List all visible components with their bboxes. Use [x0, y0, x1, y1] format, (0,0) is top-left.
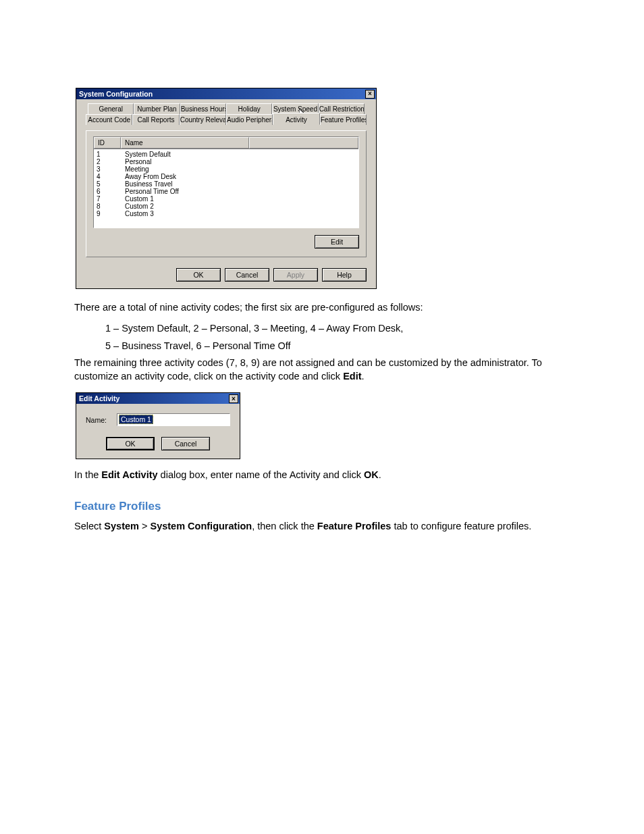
help-button[interactable]: Help	[322, 268, 367, 282]
tab-account-code[interactable]: Account Code	[86, 114, 132, 125]
cell-id: 5	[97, 180, 125, 188]
table-row[interactable]: 2Personal	[97, 158, 358, 165]
column-name[interactable]: Name	[121, 137, 249, 149]
dialog2-title: Edit Activity	[79, 394, 119, 402]
cell-name: Meeting	[125, 165, 358, 173]
column-id[interactable]: ID	[94, 137, 121, 149]
paragraph-intro: There are a total of nine activity codes…	[74, 301, 570, 315]
table-row[interactable]: 9Custom 3	[97, 210, 358, 217]
paragraph-customize: The remaining three activity codes (7, 8…	[74, 357, 570, 383]
tab-business-hours[interactable]: Business Hours	[180, 103, 226, 114]
cell-name: Business Travel	[125, 180, 358, 188]
cancel-button[interactable]: Cancel	[161, 437, 210, 450]
cell-id: 2	[97, 158, 125, 165]
column-spacer	[249, 137, 358, 149]
apply-button[interactable]: Apply	[273, 268, 318, 282]
cell-name: Custom 3	[125, 210, 358, 217]
dialog-footer: OK Cancel Apply Help	[76, 264, 376, 288]
cell-id: 9	[97, 210, 125, 217]
tab-number-plan[interactable]: Number Plan	[134, 103, 180, 114]
name-label: Name:	[86, 416, 110, 424]
paragraph-edit-activity: In the Edit Activity dialog box, enter n…	[74, 469, 570, 482]
edit-activity-dialog: Edit Activity × Name: Custom 1 OK Cancel	[76, 392, 240, 459]
table-row[interactable]: 4Away From Desk	[97, 173, 358, 180]
table-row[interactable]: 6Personal Time Off	[97, 188, 358, 195]
cell-name: Personal Time Off	[125, 188, 358, 195]
cell-id: 4	[97, 173, 125, 180]
paragraph-feature-profiles: Select System > System Configuration, th…	[74, 520, 570, 533]
table-row[interactable]: 8Custom 2	[97, 203, 358, 210]
list-line-2: 5 – Business Travel, 6 – Personal Time O…	[105, 339, 570, 353]
dialog-titlebar: System Configuration ×	[76, 88, 376, 99]
activity-listbox[interactable]: ID Name 1System Default2Personal3Meeting…	[93, 136, 359, 228]
tab-holiday[interactable]: Holiday	[226, 103, 272, 114]
table-row[interactable]: 3Meeting	[97, 165, 358, 173]
ok-button[interactable]: OK	[176, 268, 221, 282]
dialog2-titlebar: Edit Activity ×	[76, 393, 240, 404]
cell-id: 3	[97, 165, 125, 173]
listbox-body[interactable]: 1System Default2Personal3Meeting4Away Fr…	[94, 149, 358, 228]
close-icon[interactable]: ×	[365, 90, 375, 99]
cell-name: System Default	[125, 151, 358, 158]
cell-name: Custom 1	[125, 195, 358, 203]
cell-name: Personal	[125, 158, 358, 165]
list-line-1: 1 – System Default, 2 – Personal, 3 – Me…	[105, 321, 570, 335]
tab-call-reports[interactable]: Call Reports	[132, 114, 179, 125]
name-field[interactable]: Custom 1	[117, 413, 230, 426]
tab-panel-activity: ID Name 1System Default2Personal3Meeting…	[86, 130, 367, 257]
table-row[interactable]: 7Custom 1	[97, 195, 358, 203]
cell-id: 1	[97, 151, 125, 158]
cell-name: Away From Desk	[125, 173, 358, 180]
close-icon[interactable]: ×	[229, 394, 238, 403]
cancel-button[interactable]: Cancel	[225, 268, 269, 282]
tab-audio-peripheral[interactable]: Audio Peripheral	[226, 114, 273, 125]
cell-name: Custom 2	[125, 203, 358, 210]
tab-country-relevant[interactable]: Country Relevant	[180, 114, 226, 125]
edit-button[interactable]: Edit	[315, 235, 359, 249]
cell-id: 6	[97, 188, 125, 195]
cell-id: 7	[97, 195, 125, 203]
tab-call-restriction[interactable]: Call Restriction	[319, 103, 365, 114]
heading-feature-profiles: Feature Profiles	[74, 500, 570, 513]
listbox-header: ID Name	[94, 137, 358, 149]
tab-general[interactable]: General	[88, 103, 134, 114]
table-row[interactable]: 5Business Travel	[97, 180, 358, 188]
cell-id: 8	[97, 203, 125, 210]
table-row[interactable]: 1System Default	[97, 151, 358, 158]
ok-button[interactable]: OK	[106, 437, 155, 450]
tab-strip: General Number Plan Business Hours Holid…	[86, 103, 367, 130]
tab-feature-profiles[interactable]: Feature Profiles	[320, 114, 367, 125]
dialog-title: System Configuration	[79, 90, 153, 98]
tab-activity[interactable]: Activity	[273, 113, 319, 125]
system-configuration-dialog: System Configuration × General Number Pl…	[76, 88, 377, 289]
name-field-value: Custom 1	[119, 415, 153, 424]
